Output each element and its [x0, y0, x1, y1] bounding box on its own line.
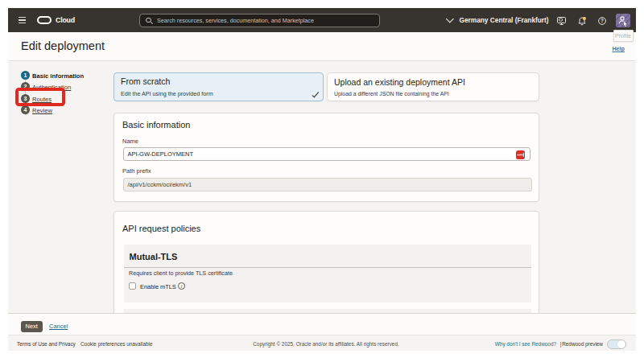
svg-text:?: ?	[601, 18, 604, 23]
